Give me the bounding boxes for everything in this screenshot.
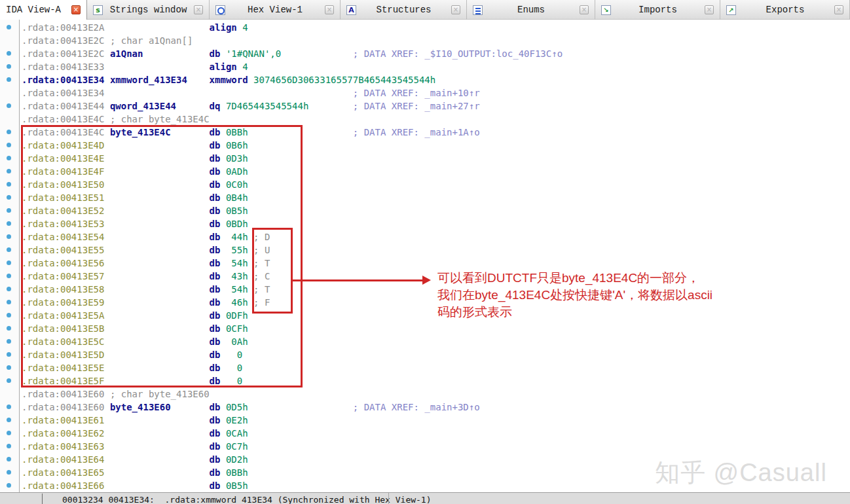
tab-exports[interactable]: ↗ Exports × <box>720 0 850 20</box>
hex-view-icon <box>215 5 225 15</box>
address: .rdata:00413E34 <box>22 88 104 98</box>
linemark-dot <box>7 143 11 147</box>
annotation-arrow <box>293 279 424 281</box>
status-divider <box>388 493 389 504</box>
address: .rdata:00413E61 <box>22 415 104 425</box>
xref-comment[interactable]: ; DATA XREF: _$I10_OUTPUT:loc_40F13C↑o <box>353 48 563 59</box>
strings-icon: s <box>93 5 103 15</box>
linemark-dot <box>7 221 11 226</box>
operand-value: 0B5h <box>226 480 248 491</box>
listing-line[interactable]: .rdata:00413E2C ; char a1Qnan[] <box>22 34 193 47</box>
tab-ida-view-a[interactable]: IDA View-A × <box>0 0 87 20</box>
linemark-dot <box>7 483 11 488</box>
label[interactable]: xmmword_413E34 <box>110 75 187 85</box>
linemark-dot <box>7 352 11 357</box>
comment: ; char byte_413E4C <box>110 114 210 124</box>
address: .rdata:00413E64 <box>22 454 104 465</box>
annotation-note-line: 可以看到DUTCTF只是byte_413E4C的一部分， <box>437 270 712 287</box>
address: .rdata:00413E2A <box>22 22 104 33</box>
imports-icon: ↘ <box>601 5 611 15</box>
close-icon[interactable]: × <box>451 5 460 14</box>
mnemonic: db <box>210 48 221 59</box>
mnemonic: db <box>210 428 221 439</box>
address: .rdata:00413E63 <box>22 441 104 452</box>
mnemonic: db <box>210 441 221 452</box>
close-icon[interactable]: × <box>705 5 714 14</box>
mnemonic: db <box>210 454 221 465</box>
xref-comment[interactable]: ; DATA XREF: _main+27↑r <box>353 101 480 111</box>
linemark-dot <box>7 326 11 331</box>
xref-comment[interactable]: ; DATA XREF: _main+1A↑o <box>353 127 480 137</box>
operand-value: 0C7h <box>226 441 248 452</box>
address: .rdata:00413E60 <box>22 389 104 399</box>
close-icon[interactable]: × <box>580 5 589 14</box>
listing-line[interactable]: .rdata:00413E64 db 0D2h <box>22 453 248 466</box>
address: .rdata:00413E44 <box>22 101 104 111</box>
listing-line[interactable]: .rdata:00413E63 db 0C7h <box>22 440 248 453</box>
tab-bar: IDA View-A × s Strings window × Hex View… <box>0 0 850 20</box>
listing-line[interactable]: .rdata:00413E66 db 0B5h <box>22 479 248 492</box>
listing-line[interactable]: .rdata:00413E2A align 4 <box>22 21 248 34</box>
mnemonic: db <box>210 415 221 425</box>
linemark-dot <box>7 444 11 448</box>
structures-icon: A <box>346 5 356 15</box>
listing-line[interactable]: .rdata:00413E65 db 0BBh <box>22 466 248 479</box>
tab-imports[interactable]: ↘ Imports × <box>595 0 720 20</box>
annotation-note-line: 我们在byte_413E4C处按快捷键'A'，将数据以ascii <box>437 287 712 304</box>
operand-value: 3074656D30633165577B465443545544h <box>253 75 435 85</box>
linemark-dot <box>7 261 11 265</box>
exports-icon: ↗ <box>726 5 736 15</box>
mnemonic: db <box>210 467 221 478</box>
xref-comment[interactable]: ; DATA XREF: _main+3D↑o <box>353 402 480 412</box>
status-text: 00013234 00413E34: .rdata:xmmword_413E34… <box>62 495 432 504</box>
linemark-dot <box>7 103 11 108</box>
linemark-dot <box>7 51 11 56</box>
label[interactable]: a1Qnan <box>110 48 143 59</box>
close-icon[interactable]: × <box>325 5 334 14</box>
operand-value: 0D2h <box>226 454 248 465</box>
linemark-dot <box>7 313 11 317</box>
label[interactable]: byte_413E60 <box>110 402 171 412</box>
listing-line[interactable]: .rdata:00413E34 xmmword_413E34 xmmword 3… <box>22 73 435 86</box>
tab-label: Exports <box>741 5 830 15</box>
enums-icon <box>473 5 483 15</box>
tab-strings-window[interactable]: s Strings window × <box>87 0 210 20</box>
listing-line[interactable]: .rdata:00413E4C ; char byte_413E4C <box>22 113 210 126</box>
address: .rdata:00413E2C <box>22 48 104 59</box>
listing-line[interactable]: .rdata:00413E2C a1Qnan db '1#QNAN',0 ; D… <box>22 47 563 60</box>
tab-structures[interactable]: A Structures × <box>341 0 467 20</box>
listing-line[interactable]: .rdata:00413E60 byte_413E60 db 0D5h ; DA… <box>22 401 480 414</box>
mnemonic: db <box>210 402 221 412</box>
linemark-dot <box>7 470 11 475</box>
listing-line[interactable]: .rdata:00413E62 db 0CAh <box>22 427 248 440</box>
close-icon[interactable]: × <box>834 5 843 14</box>
address: .rdata:00413E65 <box>22 467 104 478</box>
xref-comment[interactable]: ; DATA XREF: _main+10↑r <box>353 88 480 98</box>
address: .rdata:00413E2C <box>22 35 104 46</box>
address: .rdata:00413E4C <box>22 114 104 124</box>
linemark-dot <box>7 365 11 370</box>
address: .rdata:00413E66 <box>22 480 104 491</box>
linemark-dot <box>7 274 11 278</box>
close-icon[interactable]: × <box>71 5 81 14</box>
listing-line[interactable]: .rdata:00413E60 ; char byte_413E60 <box>22 387 210 401</box>
comment: ; char byte_413E60 <box>110 389 210 399</box>
annotation-note-line: 码的形式表示 <box>437 304 712 321</box>
listing-line[interactable]: .rdata:00413E44 qword_413E44 dq 7D465443… <box>22 99 480 113</box>
operand-value: '1#QNAN',0 <box>226 48 281 59</box>
label[interactable]: qword_413E44 <box>110 101 176 111</box>
listing-line[interactable]: .rdata:00413E61 db 0E2h <box>22 414 248 427</box>
tab-hex-view-1[interactable]: Hex View-1 × <box>210 0 341 20</box>
tab-enums[interactable]: Enums × <box>467 0 595 20</box>
operand-value: 0CAh <box>226 428 248 439</box>
listing-line[interactable]: .rdata:00413E33 align 4 <box>22 60 248 73</box>
linemark-dot <box>7 64 11 69</box>
operand-value: 0BBh <box>226 467 248 478</box>
tab-label: Imports <box>616 5 700 15</box>
address: .rdata:00413E33 <box>22 62 104 72</box>
operand-value: 0D5h <box>226 402 248 412</box>
annotation-box-inner <box>252 228 293 314</box>
listing-line[interactable]: .rdata:00413E34 ; DATA XREF: _main+10↑r <box>22 86 480 99</box>
close-icon[interactable]: × <box>194 5 203 14</box>
mnemonic: db <box>210 480 221 491</box>
